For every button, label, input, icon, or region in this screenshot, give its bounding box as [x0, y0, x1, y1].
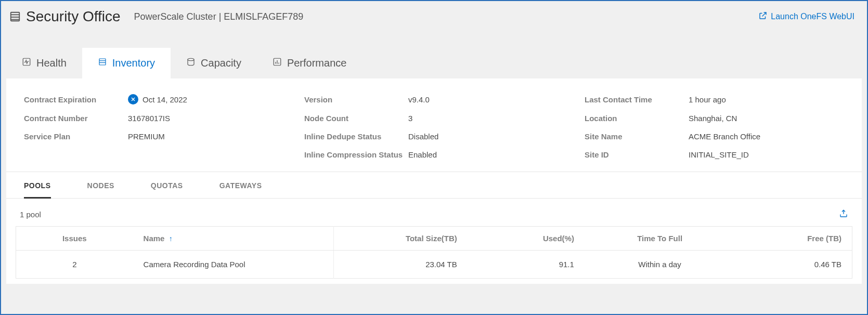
launch-onefs-label: Launch OneFS WebUI: [771, 12, 854, 21]
inline-compression-value: Enabled: [408, 150, 437, 159]
inline-compression-label: Inline Compression Status: [304, 150, 408, 159]
capacity-icon: [186, 57, 196, 69]
version-label: Version: [304, 95, 408, 104]
col-total-size[interactable]: Total Size(TB): [334, 227, 468, 251]
cluster-icon: [9, 11, 21, 22]
subtab-nodes[interactable]: NODES: [87, 181, 114, 198]
cell-name-link[interactable]: Camera Recording Data Pool: [133, 251, 334, 279]
export-button[interactable]: [839, 209, 848, 220]
location-label: Location: [585, 114, 689, 123]
pools-table: Issues Name ↑ Total Size(TB) Used(%) Tim…: [16, 226, 852, 279]
contract-number-label: Contract Number: [24, 114, 128, 123]
contract-expiration-label: Contract Expiration: [24, 95, 128, 104]
site-name-label: Site Name: [585, 132, 689, 141]
page-subtitle: PowerScale Cluster | ELMISLFAGEF789: [134, 11, 304, 22]
subtab-pools[interactable]: POOLS: [24, 181, 51, 199]
tab-capacity-label: Capacity: [201, 57, 241, 69]
col-time-to-full[interactable]: Time To Full: [585, 227, 735, 251]
cell-used: 91.1: [468, 251, 585, 279]
tab-capacity[interactable]: Capacity: [171, 48, 257, 78]
sort-ascending-icon: ↑: [169, 234, 173, 243]
table-header-row: Issues Name ↑ Total Size(TB) Used(%) Tim…: [16, 227, 852, 251]
subtab-gateways[interactable]: GATEWAYS: [219, 181, 262, 198]
performance-icon: [273, 57, 282, 69]
col-issues[interactable]: Issues: [16, 227, 133, 251]
service-plan-value: PREMIUM: [128, 132, 165, 141]
tab-performance[interactable]: Performance: [257, 48, 362, 78]
contract-number-value: 31678017IS: [128, 114, 170, 123]
launch-onefs-link[interactable]: Launch OneFS WebUI: [758, 11, 854, 22]
export-icon: [839, 212, 848, 220]
page-header: Security Office PowerScale Cluster | ELM…: [1, 1, 867, 32]
health-icon: [22, 57, 31, 69]
properties-grid: Contract Expiration Oct 14, 2022 Version…: [6, 78, 862, 172]
page-title: Security Office: [26, 8, 121, 25]
site-id-label: Site ID: [585, 150, 689, 159]
tab-health-label: Health: [36, 57, 67, 69]
site-id-value: INITIAL_SITE_ID: [689, 150, 749, 159]
svg-rect-5: [99, 59, 106, 65]
tab-health[interactable]: Health: [6, 48, 82, 78]
location-value: Shanghai, CN: [689, 114, 737, 123]
inventory-panel: Contract Expiration Oct 14, 2022 Version…: [6, 78, 862, 284]
tab-performance-label: Performance: [287, 57, 347, 69]
svg-point-8: [188, 58, 194, 61]
tab-inventory-label: Inventory: [112, 57, 155, 69]
cell-issues: 2: [16, 251, 133, 279]
inventory-subtabs: POOLS NODES QUOTAS GATEWAYS: [6, 172, 862, 199]
subtab-quotas[interactable]: QUOTAS: [151, 181, 183, 198]
last-contact-value: 1 hour ago: [689, 95, 726, 104]
service-plan-label: Service Plan: [24, 132, 128, 141]
main-tabs: Health Inventory Capacity Performance: [1, 48, 867, 78]
external-link-icon: [758, 11, 768, 22]
tab-inventory[interactable]: Inventory: [82, 48, 171, 78]
col-used[interactable]: Used(%): [468, 227, 585, 251]
table-row[interactable]: 2 Camera Recording Data Pool 23.04 TB 91…: [16, 251, 852, 279]
node-count-label: Node Count: [304, 114, 408, 123]
last-contact-label: Last Contact Time: [585, 95, 689, 104]
col-name[interactable]: Name ↑: [133, 227, 334, 251]
node-count-value: 3: [408, 114, 412, 123]
pool-count-summary: 1 pool: [20, 210, 41, 219]
col-free[interactable]: Free (TB): [735, 227, 852, 251]
site-name-value: ACME Branch Office: [689, 132, 760, 141]
inventory-icon: [98, 57, 107, 69]
expired-status-icon: [128, 94, 138, 104]
version-value: v9.4.0: [408, 95, 430, 104]
inline-dedupe-label: Inline Dedupe Status: [304, 132, 408, 141]
cell-free: 0.46 TB: [735, 251, 852, 279]
cell-time-to-full: Within a day: [585, 251, 735, 279]
inline-dedupe-value: Disabled: [408, 132, 438, 141]
cell-total-size: 23.04 TB: [334, 251, 468, 279]
contract-expiration-value: Oct 14, 2022: [142, 95, 187, 104]
col-name-label: Name: [144, 234, 165, 243]
